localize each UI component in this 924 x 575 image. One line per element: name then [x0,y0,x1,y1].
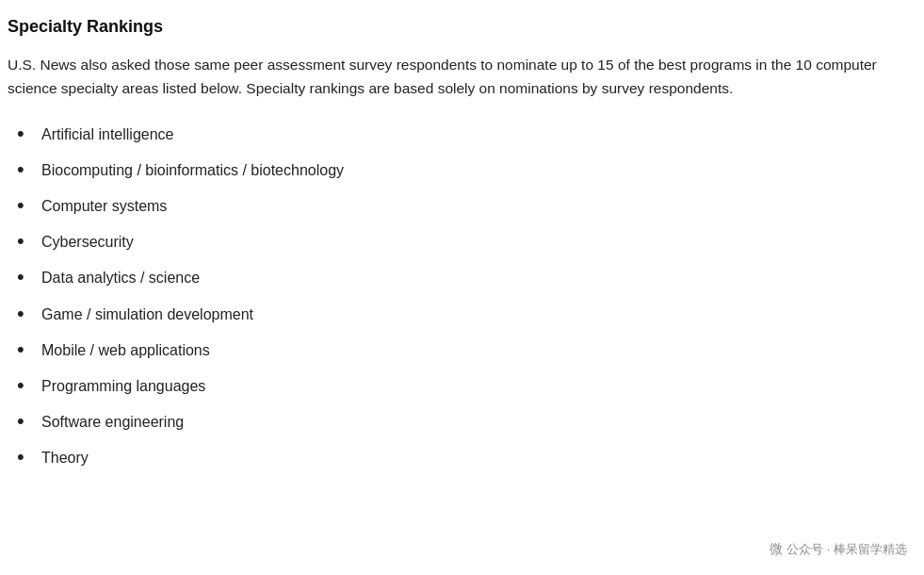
list-item-label: Programming languages [41,375,205,398]
page-title: Specialty Rankings [8,17,905,37]
watermark-text: 公众号 · 棒呆留学精选 [786,541,907,558]
list-item: •Biocomputing / bioinformatics / biotech… [17,159,905,182]
watermark: 微 公众号 · 棒呆留学精选 [770,541,907,558]
bullet-icon: • [17,123,34,145]
list-item: •Data analytics / science [17,267,905,289]
list-item-label: Software engineering [41,411,184,434]
list-item-label: Mobile / web applications [41,339,210,362]
list-item: •Game / simulation development [17,304,905,326]
bullet-icon: • [17,230,34,253]
list-item: •Artificial intelligence [17,123,905,146]
list-item-label: Cybersecurity [41,231,134,254]
description-text: U.S. News also asked those same peer ass… [8,54,905,101]
list-item-label: Theory [41,447,89,469]
list-item-label: Data analytics / science [41,267,200,289]
list-item-label: Computer systems [41,195,167,218]
list-item: •Software engineering [17,411,905,434]
list-item: •Theory [17,447,905,469]
specialty-list: •Artificial intelligence•Biocomputing / … [17,123,905,470]
list-item: •Mobile / web applications [17,339,905,362]
bullet-icon: • [17,410,34,433]
bullet-icon: • [17,194,34,217]
list-item-label: Artificial intelligence [41,123,174,146]
watermark-icon: 微 [770,541,783,558]
list-item: •Computer systems [17,195,905,218]
bullet-icon: • [17,158,34,181]
bullet-icon: • [17,446,34,468]
bullet-icon: • [17,338,34,361]
list-item: •Programming languages [17,375,905,398]
bullet-icon: • [17,303,34,325]
list-item: •Cybersecurity [17,231,905,254]
bullet-icon: • [17,374,34,397]
list-item-label: Biocomputing / bioinformatics / biotechn… [41,159,344,182]
bullet-icon: • [17,266,34,288]
list-item-label: Game / simulation development [41,304,253,326]
